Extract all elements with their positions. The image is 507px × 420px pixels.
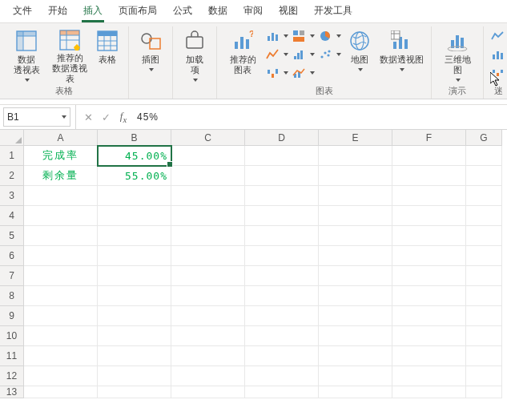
cell-A2[interactable]: 剩余量 [24,166,98,186]
col-header-A[interactable]: A [24,130,98,146]
cell-B1[interactable]: 45.00% [98,146,171,166]
line-chart-button[interactable] [265,46,288,63]
cell-F7[interactable] [392,266,466,286]
cell-F1[interactable] [392,146,466,166]
cell-E7[interactable] [319,266,392,286]
cell-G9[interactable] [466,306,502,326]
spark-line-button[interactable] [490,28,506,44]
cell-A9[interactable] [24,306,98,326]
illustrations-button[interactable]: 插图 [134,28,167,84]
cell-C4[interactable] [171,206,245,226]
cell-F8[interactable] [392,286,466,306]
cell-C12[interactable] [171,366,245,386]
tab-formulas[interactable]: 公式 [165,1,200,22]
tab-data[interactable]: 数据 [200,1,235,22]
tab-home[interactable]: 开始 [40,1,75,22]
cell-D9[interactable] [245,306,319,326]
cell-A5[interactable] [24,226,98,246]
row-header-8[interactable]: 8 [0,286,24,306]
cell-A10[interactable] [24,326,98,346]
cell-A11[interactable] [24,346,98,366]
cell-E4[interactable] [319,206,392,226]
cell-C5[interactable] [171,226,245,246]
cell-C10[interactable] [171,326,245,346]
enter-formula-button[interactable]: ✓ [97,108,115,126]
cell-F6[interactable] [392,246,466,266]
cell-F10[interactable] [392,326,466,346]
cell-C11[interactable] [171,346,245,366]
tab-view[interactable]: 视图 [271,1,306,22]
col-header-C[interactable]: C [171,130,245,146]
cell-G8[interactable] [466,286,502,306]
row-header-12[interactable]: 12 [0,366,24,386]
row-header-7[interactable]: 7 [0,266,24,286]
cell-B5[interactable] [98,226,171,246]
cell-D11[interactable] [245,346,319,366]
tab-file[interactable]: 文件 [5,1,40,22]
addins-button[interactable]: 加载 项 [178,28,211,84]
cell-B10[interactable] [98,326,171,346]
cell-A1[interactable]: 完成率 [24,146,98,166]
cell-C13[interactable] [171,386,245,398]
cell-A12[interactable] [24,366,98,386]
row-header-6[interactable]: 6 [0,246,24,266]
cell-B8[interactable] [98,286,171,306]
cell-F11[interactable] [392,346,466,366]
cell-B2[interactable]: 55.00% [98,166,171,186]
cell-F4[interactable] [392,206,466,226]
table-button[interactable]: 表格 [91,28,123,84]
cell-C6[interactable] [171,246,245,266]
pivot-chart-button[interactable]: 数据透视图 [376,28,426,84]
cell-C1[interactable] [171,146,245,166]
col-header-E[interactable]: E [319,130,392,146]
cell-F3[interactable] [392,186,466,206]
cell-A4[interactable] [24,206,98,226]
cell-A13[interactable] [24,386,98,398]
scatter-chart-button[interactable] [318,46,341,63]
cell-A6[interactable] [24,246,98,266]
cell-E5[interactable] [319,226,392,246]
cell-A3[interactable] [24,186,98,206]
cell-D12[interactable] [245,366,319,386]
cell-G3[interactable] [466,186,502,206]
cell-D10[interactable] [245,326,319,346]
cell-G4[interactable] [466,206,502,226]
cell-E12[interactable] [319,366,392,386]
cell-G13[interactable] [466,386,502,398]
cell-C8[interactable] [171,286,245,306]
tab-developer[interactable]: 开发工具 [306,1,360,22]
pie-chart-button[interactable] [318,28,341,44]
pivot-table-button[interactable]: 数据 透视表 [5,28,48,84]
cell-E2[interactable] [319,166,392,186]
cancel-formula-button[interactable]: ✕ [79,108,97,126]
combo-chart-button[interactable] [292,65,315,81]
select-all-corner[interactable] [0,130,24,146]
cell-D7[interactable] [245,266,319,286]
cell-D13[interactable] [245,386,319,398]
col-header-F[interactable]: F [392,130,466,146]
cell-G2[interactable] [466,166,502,186]
name-box[interactable]: B1 [3,107,70,127]
cell-G11[interactable] [466,346,502,366]
cell-C7[interactable] [171,266,245,286]
cell-G1[interactable] [466,146,502,166]
cell-G7[interactable] [466,266,502,286]
tab-insert[interactable]: 插入 [75,1,111,22]
spark-column-button[interactable] [490,46,506,63]
statistic-chart-button[interactable] [292,46,315,63]
col-header-B[interactable]: B [98,130,171,146]
cell-A8[interactable] [24,286,98,306]
cell-B3[interactable] [98,186,171,206]
cell-F12[interactable] [392,366,466,386]
row-header-1[interactable]: 1 [0,146,24,166]
insert-function-button[interactable]: fx [115,108,132,126]
tab-review[interactable]: 审阅 [235,1,271,22]
cell-B6[interactable] [98,246,171,266]
cell-D2[interactable] [245,166,319,186]
col-header-G[interactable]: G [466,130,502,146]
column-chart-button[interactable] [265,28,288,44]
cell-E9[interactable] [319,306,392,326]
formula-input[interactable]: 45% [132,108,507,126]
row-header-13[interactable]: 13 [0,386,24,398]
cell-C9[interactable] [171,306,245,326]
